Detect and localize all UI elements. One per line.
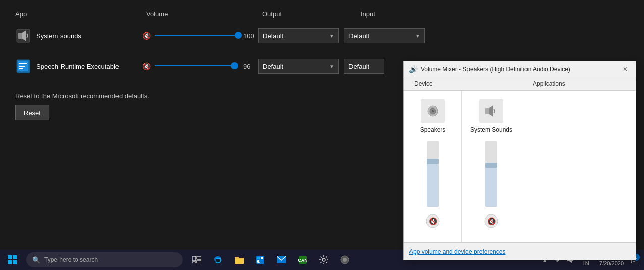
app-row-system-sounds: System sounds 🔇 100 Default ▼ Default ▼ [15, 25, 629, 47]
mixer-apps-section: System Sounds 🔇 [462, 91, 636, 242]
mixer-system-sounds-item: System Sounds 🔇 [466, 99, 516, 229]
column-headers: App Volume Output Input [15, 10, 629, 18]
svg-rect-1 [18, 33, 22, 39]
svg-rect-7 [19, 68, 23, 69]
col-header-input: Input [361, 10, 451, 18]
clock-date: 7/20/2020 [599, 260, 624, 267]
system-sounds-volume-thumb[interactable] [485, 163, 497, 168]
svg-text:🔇: 🔇 [429, 217, 438, 226]
svg-rect-20 [13, 255, 17, 259]
task-view-button[interactable] [187, 250, 207, 270]
col-header-output: Output [262, 10, 361, 18]
system-sounds-mute-button[interactable]: 🔇 [483, 213, 499, 229]
circle-app-button[interactable] [335, 250, 355, 270]
taskbar-icon-group: CAN [187, 250, 355, 270]
speakers-mute-button[interactable]: 🔇 [425, 213, 441, 229]
svg-rect-22 [13, 260, 17, 264]
mixer-content: Speakers 🔇 [404, 91, 636, 242]
speech-input-dropdown[interactable]: Default [344, 59, 384, 74]
svg-text:CAN: CAN [298, 258, 307, 263]
speech-icon [15, 58, 31, 74]
speech-slider[interactable] [155, 65, 238, 67]
mixer-close-button[interactable]: ✕ [620, 64, 631, 75]
svg-point-39 [343, 258, 347, 262]
speech-volume: 🔇 96 [142, 62, 258, 70]
system-sounds-name: System sounds [36, 32, 142, 40]
mixer-speakers-section: Speakers 🔇 [404, 91, 462, 242]
app-volume-preferences-link[interactable]: App volume and device preferences [409, 248, 505, 255]
volume-mixer-popup: 🔊 Volume Mixer - Speakers (High Definiti… [403, 61, 636, 260]
taskbar-search-bar[interactable]: 🔍 Type here to search [26, 252, 183, 267]
speakers-device-icon [421, 99, 445, 123]
svg-rect-6 [19, 66, 25, 67]
search-placeholder: Type here to search [44, 256, 98, 263]
system-sounds-slider[interactable] [155, 35, 238, 37]
settings-button[interactable] [314, 250, 334, 270]
system-sounds-volume: 🔇 100 [142, 32, 258, 40]
system-sounds-volume-value: 100 [243, 32, 258, 40]
svg-rect-25 [197, 260, 201, 263]
col-header-app: App [15, 10, 146, 18]
reset-button[interactable]: Reset [15, 105, 49, 120]
speakers-volume-thumb[interactable] [427, 159, 439, 164]
svg-rect-21 [8, 260, 12, 264]
chevron-down-icon: ▼ [329, 33, 334, 39]
file-explorer-button[interactable] [229, 250, 249, 270]
speakers-name: Speakers [420, 126, 446, 133]
svg-rect-19 [8, 255, 12, 259]
lang-bottom: IN [583, 260, 589, 267]
mixer-apps-header: Applications [512, 80, 631, 87]
svg-rect-31 [261, 257, 263, 259]
speech-output-dropdown[interactable]: Default ▼ [258, 59, 339, 74]
mixer-titlebar: 🔊 Volume Mixer - Speakers (High Definiti… [404, 61, 636, 77]
svg-rect-30 [257, 257, 260, 259]
col-header-volume: Volume [146, 10, 262, 18]
svg-text:🔇: 🔇 [487, 217, 496, 226]
mixer-footer: App volume and device preferences [404, 242, 636, 260]
speech-mute-icon[interactable]: 🔇 [142, 62, 151, 70]
svg-rect-15 [485, 108, 489, 114]
mixer-device-header: Device [409, 80, 512, 87]
system-sounds-mixer-icon [479, 99, 503, 123]
speech-volume-value: 96 [243, 63, 258, 70]
system-sounds-input-dropdown[interactable]: Default ▼ [344, 28, 425, 43]
system-sounds-output-dropdown[interactable]: Default ▼ [258, 28, 339, 43]
svg-rect-23 [192, 256, 196, 261]
system-sounds-mixer-name: System Sounds [470, 126, 512, 133]
edge-browser-button[interactable] [208, 250, 228, 270]
mail-button[interactable] [271, 250, 291, 270]
system-sounds-mute-icon[interactable]: 🔇 [142, 32, 151, 40]
svg-rect-5 [19, 63, 27, 64]
svg-point-37 [322, 258, 325, 261]
svg-rect-24 [197, 256, 201, 259]
mixer-section-headers: Device Applications [404, 77, 636, 91]
speaker-small-icon: 🔊 [409, 65, 418, 73]
system-sounds-icon [15, 28, 31, 44]
svg-point-11 [432, 110, 434, 112]
can-app-button[interactable]: CAN [292, 250, 313, 270]
start-button[interactable] [0, 250, 24, 270]
speech-name: Speech Runtime Executable [36, 63, 142, 70]
svg-rect-28 [235, 259, 244, 264]
search-icon: 🔍 [32, 256, 40, 264]
chevron-down-icon: ▼ [415, 33, 420, 39]
mixer-title: Volume Mixer - Speakers (High Definition… [421, 66, 620, 73]
chevron-down-icon: ▼ [329, 64, 334, 69]
svg-rect-26 [192, 262, 196, 263]
microsoft-store-button[interactable] [250, 250, 270, 270]
